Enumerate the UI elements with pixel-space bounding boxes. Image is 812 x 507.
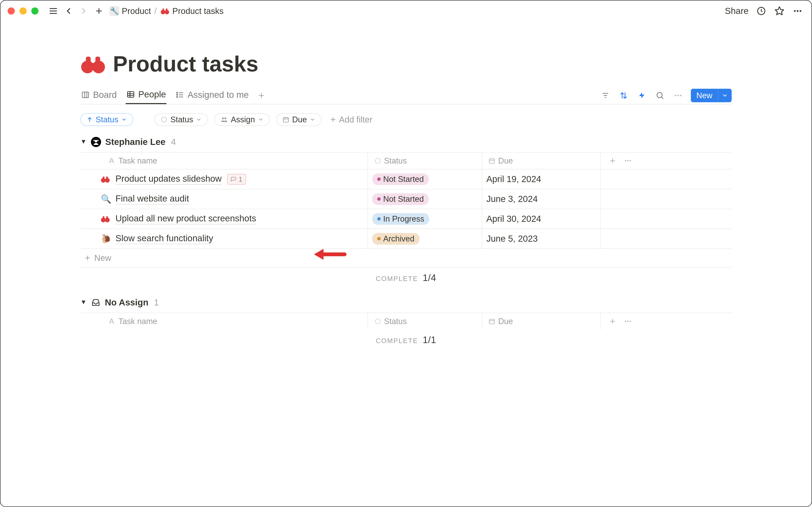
due-cell[interactable]: June 5, 2023 [482,229,601,248]
page-title[interactable]: Product tasks [113,51,258,76]
nav-forward-button[interactable] [78,5,90,17]
automation-icon[interactable] [636,90,647,101]
status-icon [374,157,381,164]
group-header-no-assign[interactable]: ▼ No Assign 1 [80,295,732,313]
column-due[interactable]: Due [482,153,601,169]
sidebar-toggle-button[interactable] [47,5,59,17]
filter-due-label: Due [292,115,307,124]
svg-rect-18 [95,57,100,64]
calendar-icon [283,116,289,123]
column-status-label: Status [384,317,407,326]
tab-people[interactable]: People [125,87,166,104]
breadcrumb-page[interactable]: Product tasks [160,6,223,16]
complete-value: 1/1 [423,335,436,345]
add-filter-button[interactable]: Add filter [328,115,372,124]
task-title: Final website audit [115,193,189,205]
add-column-button[interactable] [609,157,616,164]
task-name-cell[interactable]: Upload all new product screenshots [80,209,368,229]
chevron-down-icon [258,117,263,122]
column-due-label: Due [498,156,513,165]
search-icon[interactable] [654,90,665,101]
status-cell[interactable]: In Progress [368,209,482,229]
svg-point-85 [625,321,626,322]
comment-count[interactable]: 1 [227,174,246,185]
column-task-label: Task name [118,156,157,165]
column-due[interactable]: Due [482,313,601,330]
table-row[interactable]: Product updates slideshow1Not StartedApr… [80,169,732,189]
task-title: Upload all new product screenshots [115,213,256,224]
task-name-cell[interactable]: 🐌Slow search functionality [80,229,368,248]
table-row[interactable]: 🔍Final website auditNot StartedJune 3, 2… [80,189,732,209]
svg-rect-19 [91,63,96,67]
chevron-down-icon [121,117,127,122]
due-cell[interactable]: April 19, 2024 [482,169,601,189]
filter-due-pill[interactable]: Due [276,113,322,126]
add-column-button[interactable] [609,318,616,325]
filter-assign-pill[interactable]: Assign [214,113,270,126]
nav-back-button[interactable] [63,5,74,17]
svg-rect-74 [103,216,104,219]
svg-point-57 [97,140,99,141]
favorite-icon[interactable] [774,5,785,16]
column-options-icon[interactable] [624,157,632,165]
complete-summary: COMPLETE 1/4 [80,268,732,295]
status-cell[interactable]: Not Started [368,189,482,209]
task-name-cell[interactable]: 🔍Final website audit [80,189,368,209]
svg-point-64 [625,160,626,161]
breadcrumb-product-label: Product [122,6,151,16]
sort-pill[interactable]: Status [80,113,133,126]
task-name-cell[interactable]: Product updates slideshow1 [80,169,368,189]
view-options-icon[interactable] [673,90,683,101]
sort-icon[interactable] [618,90,629,101]
tab-board[interactable]: Board [80,87,117,104]
table-row[interactable]: 🐌Slow search functionalityArchivedJune 5… [80,229,732,248]
text-icon [108,318,115,325]
new-button[interactable]: New [691,89,732,102]
svg-rect-75 [106,216,108,219]
svg-rect-69 [103,177,104,179]
svg-point-56 [94,140,95,141]
group-header-stephanie[interactable]: ▼ Stephanie Lee 4 [80,135,732,152]
new-button-dropdown[interactable] [718,89,732,102]
due-cell[interactable]: April 30, 2024 [482,209,601,229]
chevron-down-icon [310,117,315,122]
page-icon[interactable] [80,51,106,76]
column-status[interactable]: Status [368,153,482,169]
more-icon[interactable] [792,5,803,16]
share-button[interactable]: Share [725,6,749,16]
column-options-icon[interactable] [624,317,632,325]
column-status[interactable]: Status [368,313,482,330]
status-cell[interactable]: Archived [368,229,482,248]
filter-status-pill[interactable]: Status [154,113,208,126]
svg-marker-11 [775,7,784,15]
status-cell[interactable]: Not Started [368,169,482,189]
svg-point-80 [375,319,380,324]
empty-cell [601,189,732,209]
binoculars-icon [160,6,170,16]
minimize-window-button[interactable] [19,7,27,14]
new-page-button[interactable] [93,5,105,17]
updates-icon[interactable] [756,5,767,16]
breadcrumb-page-label: Product tasks [172,6,223,16]
empty-cell [601,229,732,248]
text-icon [108,157,115,164]
column-task-name[interactable]: Task name [80,313,368,330]
svg-rect-70 [106,177,108,179]
breadcrumb-product[interactable]: 🔧 Product [109,6,151,16]
tab-assigned-to-me[interactable]: Assigned to me [175,87,249,104]
due-cell[interactable]: June 3, 2024 [482,189,601,209]
add-row-button[interactable]: New [80,248,732,268]
filter-icon[interactable] [600,90,611,101]
table-icon [126,90,135,99]
collapse-icon[interactable]: ▼ [80,298,87,306]
collapse-icon[interactable]: ▼ [80,138,87,145]
close-window-button[interactable] [8,7,15,14]
add-view-button[interactable] [258,92,265,99]
breadcrumb-separator: / [154,6,157,16]
table-row[interactable]: Upload all new product screenshotsIn Pro… [80,209,732,229]
task-table: Task name Status Due [80,313,732,330]
svg-point-12 [794,10,796,12]
maximize-window-button[interactable] [31,7,39,14]
complete-value: 1/4 [423,273,436,283]
column-task-name[interactable]: Task name [80,153,368,169]
